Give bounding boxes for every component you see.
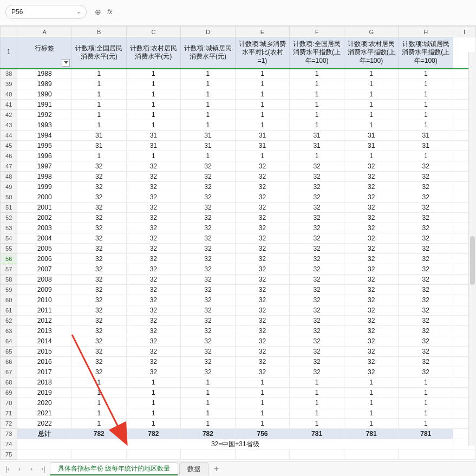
data-cell[interactable]: 32 [181,326,236,336]
data-cell[interactable]: 1 [344,377,399,388]
data-cell[interactable]: 32 [399,233,453,244]
data-cell[interactable]: 32 [235,172,290,182]
row-header[interactable]: 70 [1,398,17,408]
data-cell[interactable]: 32 [235,305,290,316]
row-label-cell[interactable]: 2001 [17,203,72,213]
name-box[interactable]: P56 ⌄ [5,5,87,19]
data-cell[interactable]: 32 [126,305,181,316]
data-cell[interactable]: 1 [181,388,236,398]
empty-cell[interactable] [344,449,399,460]
pivot-col-header[interactable]: 计数项:全国居民消费水平指数(上年=100) [290,37,344,69]
row-header[interactable]: 38 [1,69,17,79]
data-cell[interactable]: 32 [126,295,181,305]
data-cell[interactable]: 1 [399,100,453,110]
data-cell[interactable]: 32 [126,213,181,223]
data-cell[interactable]: 32 [399,223,453,233]
data-cell[interactable]: 1 [72,120,127,131]
data-cell[interactable]: 1 [399,388,453,398]
data-cell[interactable]: 1 [235,408,290,419]
data-cell[interactable]: 32 [344,182,399,192]
data-cell[interactable]: 32 [126,347,181,357]
data-cell[interactable]: 32 [344,203,399,213]
data-cell[interactable]: 32 [181,357,236,367]
data-cell[interactable]: 32 [344,285,399,295]
row-header[interactable]: 45 [1,141,17,151]
data-cell[interactable]: 32 [126,182,181,192]
row-header[interactable]: 59 [1,285,17,295]
data-cell[interactable]: 32 [399,244,453,254]
row-header[interactable]: 49 [1,182,17,192]
data-cell[interactable]: 32 [126,192,181,203]
data-cell[interactable]: 1 [235,79,290,89]
data-cell[interactable]: 32 [399,254,453,264]
row-header[interactable]: 62 [1,316,17,326]
data-cell[interactable]: 32 [126,233,181,244]
data-cell[interactable]: 32 [399,275,453,285]
data-cell[interactable]: 1 [181,398,236,408]
col-header[interactable]: C [126,27,181,37]
data-cell[interactable]: 1 [235,69,290,79]
data-cell[interactable]: 32 [235,357,290,367]
data-cell[interactable]: 32 [399,161,453,172]
row-header[interactable]: 56 [1,254,17,264]
data-cell[interactable]: 1 [72,151,127,161]
total-cell[interactable]: 782 [181,429,236,439]
empty-cell[interactable] [72,449,127,460]
data-cell[interactable]: 32 [344,316,399,326]
row-header[interactable]: 72 [1,419,17,429]
total-cell[interactable]: 781 [344,429,399,439]
data-cell[interactable]: 32 [235,203,290,213]
row-label-cell[interactable]: 1988 [17,69,72,79]
row-label-cell[interactable]: 2003 [17,223,72,233]
data-cell[interactable]: 1 [126,377,181,388]
note-cell[interactable]: 32=中国+31省级 [17,439,453,449]
data-cell[interactable]: 32 [72,203,127,213]
row-label-cell[interactable]: 1989 [17,79,72,89]
data-cell[interactable]: 31 [181,131,236,141]
data-cell[interactable]: 32 [290,172,344,182]
data-cell[interactable]: 32 [72,367,127,377]
row-label-cell[interactable]: 2022 [17,419,72,429]
data-cell[interactable]: 1 [290,100,344,110]
data-cell[interactable]: 32 [181,213,236,223]
row-header[interactable]: 68 [1,377,17,388]
tab-nav-last-icon[interactable]: ›| [38,464,49,474]
data-cell[interactable]: 32 [235,244,290,254]
pivot-col-header[interactable]: 计数项:农村居民消费水平(元) [126,37,181,69]
data-cell[interactable]: 31 [126,131,181,141]
data-cell[interactable]: 32 [126,172,181,182]
data-cell[interactable]: 32 [235,285,290,295]
data-cell[interactable]: 1 [344,79,399,89]
data-cell[interactable]: 1 [72,377,127,388]
data-cell[interactable]: 32 [290,357,344,367]
data-cell[interactable]: 32 [344,305,399,316]
data-cell[interactable]: 32 [344,172,399,182]
data-cell[interactable]: 1 [72,110,127,120]
data-cell[interactable]: 1 [72,408,127,419]
data-cell[interactable]: 1 [72,100,127,110]
data-cell[interactable]: 32 [235,316,290,326]
data-cell[interactable]: 1 [235,151,290,161]
data-cell[interactable]: 32 [126,275,181,285]
sheet-tab[interactable]: 数据 [179,462,208,475]
data-cell[interactable]: 32 [181,275,236,285]
data-cell[interactable]: 32 [290,367,344,377]
row-label-cell[interactable]: 1991 [17,100,72,110]
data-cell[interactable]: 32 [181,285,236,295]
data-cell[interactable]: 32 [290,161,344,172]
sheet-tab[interactable]: 具体各指标年份 级每年统计的地区数量 [50,462,178,475]
data-cell[interactable]: 32 [399,336,453,347]
data-cell[interactable]: 31 [344,141,399,151]
row-label-cell[interactable]: 2019 [17,388,72,398]
total-cell[interactable]: 781 [399,429,453,439]
empty-cell[interactable] [17,449,72,460]
row-header[interactable]: 52 [1,213,17,223]
col-header[interactable]: F [290,27,344,37]
formula-input[interactable] [116,5,471,19]
row-header[interactable]: 61 [1,305,17,316]
row-label-cell[interactable]: 2007 [17,264,72,275]
data-cell[interactable]: 32 [399,172,453,182]
data-cell[interactable]: 32 [181,233,236,244]
data-cell[interactable]: 1 [290,419,344,429]
data-cell[interactable]: 32 [344,213,399,223]
